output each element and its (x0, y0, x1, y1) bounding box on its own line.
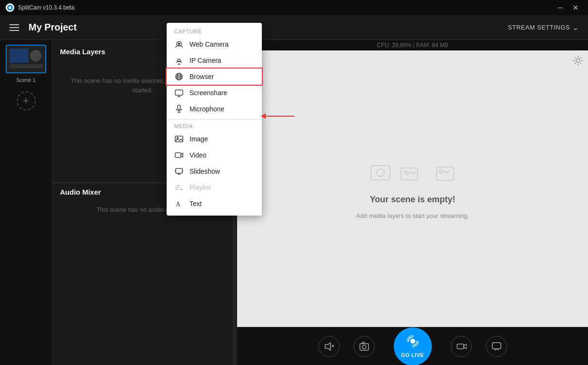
svg-rect-30 (492, 343, 501, 349)
hamburger-menu[interactable] (10, 24, 19, 31)
svg-rect-51 (176, 168, 182, 173)
cpu-ram-text: CPU: 29,69% | RAM: 84 MB (377, 42, 448, 49)
menu-item-image-label: Image (189, 135, 208, 143)
media-section-label: MEDIA (167, 121, 262, 131)
menu-item-microphone-label: Microphone (189, 105, 224, 113)
app-title: SplitCam v10.3.4 beta (18, 4, 74, 11)
menu-item-playlist-label: Playlist (189, 184, 210, 191)
svg-line-14 (575, 63, 576, 64)
go-live-icon (406, 335, 419, 351)
menu-item-text[interactable]: A Text (167, 196, 262, 212)
svg-marker-21 (325, 343, 330, 350)
ip-camera-icon (174, 56, 184, 65)
menu-item-browser[interactable]: Browser (167, 69, 262, 85)
svg-rect-44 (178, 105, 180, 109)
svg-rect-5 (10, 64, 43, 68)
svg-text:A: A (176, 201, 181, 208)
close-button[interactable]: ✕ (569, 3, 582, 12)
menu-item-ip-camera-label: IP Camera (189, 57, 221, 64)
arrow-line (266, 116, 294, 117)
svg-rect-47 (175, 136, 183, 142)
preview-empty-icons (366, 158, 459, 187)
svg-point-20 (439, 170, 442, 173)
svg-marker-29 (464, 344, 467, 349)
scene-thumb-inner (7, 46, 45, 72)
svg-rect-17 (401, 168, 418, 180)
preview-area: Your scene is empty! Add media layers to… (237, 50, 588, 327)
menu-item-ip-camera[interactable]: IP Camera (167, 52, 262, 69)
svg-point-18 (404, 171, 407, 174)
slideshow-icon (174, 167, 184, 176)
chevron-down-icon: ⌄ (573, 24, 578, 31)
screenshare-icon (174, 88, 184, 98)
menu-item-screenshare-label: Screenshare (189, 89, 227, 97)
preview-empty-subtitle: Add media layers to start your streaming… (356, 212, 469, 219)
svg-rect-24 (360, 344, 369, 350)
browser-icon (174, 72, 184, 81)
microphone-icon (174, 104, 184, 114)
title-bar-left: SplitCam v10.3.4 beta (6, 3, 74, 12)
media-layers-title: Media Layers (60, 48, 105, 56)
svg-point-27 (410, 339, 415, 344)
svg-rect-49 (175, 153, 181, 158)
cpu-ram-bar: CPU: 29,69% | RAM: 84 MB (237, 40, 588, 50)
svg-marker-59 (180, 188, 183, 191)
window-controls: ─ ✕ (554, 3, 582, 12)
menu-item-slideshow-label: Slideshow (189, 168, 220, 175)
menu-item-web-camera[interactable]: Web Camera (167, 36, 262, 52)
menu-item-text-label: Text (189, 200, 202, 207)
header-left: My Project (10, 22, 77, 33)
svg-point-32 (178, 43, 180, 45)
capture-section-label: CAPTURE (167, 27, 262, 36)
svg-marker-50 (181, 153, 183, 157)
scenes-sidebar: Scene 1 + (0, 40, 52, 365)
chat-button[interactable] (486, 336, 507, 357)
svg-point-16 (377, 169, 384, 177)
scene-1-thumb[interactable] (6, 45, 46, 73)
scene-1-label: Scene 1 (16, 77, 35, 83)
svg-rect-19 (437, 167, 454, 180)
app-logo (6, 3, 14, 12)
menu-item-image[interactable]: Image (167, 131, 262, 147)
video-icon (174, 150, 184, 160)
stream-settings-label: STREAM SETTINGS (508, 24, 570, 31)
svg-rect-3 (10, 49, 29, 63)
go-live-button[interactable]: GO LIVE (394, 327, 432, 365)
project-title: My Project (29, 22, 77, 33)
add-layer-dropdown: CAPTURE Web Camera IP Camera (167, 23, 262, 216)
menu-item-screenshare[interactable]: Screenshare (167, 85, 262, 101)
svg-line-11 (575, 57, 576, 58)
text-icon: A (174, 199, 184, 208)
record-button[interactable] (451, 336, 472, 357)
main-layout: Scene 1 + Media Layers + This scene has … (0, 40, 588, 365)
brightness-button[interactable] (573, 55, 583, 68)
stream-settings-button[interactable]: STREAM SETTINGS ⌄ (508, 24, 578, 31)
menu-item-slideshow[interactable]: Slideshow (167, 163, 262, 179)
svg-rect-15 (371, 166, 390, 180)
menu-item-web-camera-label: Web Camera (189, 40, 229, 48)
add-scene-button[interactable]: + (17, 91, 36, 110)
menu-item-video[interactable]: Video (167, 147, 262, 163)
preview-empty-title: Your scene is empty! (370, 195, 456, 205)
menu-item-video-label: Video (189, 151, 207, 159)
svg-point-6 (576, 59, 580, 62)
svg-line-12 (580, 63, 581, 64)
menu-item-microphone[interactable]: Microphone (167, 101, 262, 117)
mute-button[interactable] (319, 336, 339, 357)
title-bar: SplitCam v10.3.4 beta ─ ✕ (0, 0, 588, 15)
svg-point-1 (9, 6, 11, 9)
svg-rect-28 (457, 344, 464, 349)
menu-divider (167, 119, 262, 119)
minimize-button[interactable]: ─ (554, 3, 567, 12)
webcam-icon (174, 39, 184, 49)
audio-mixer-title: Audio Mixer (60, 188, 101, 196)
menu-item-browser-label: Browser (189, 73, 214, 80)
svg-point-4 (30, 50, 41, 61)
screenshot-button[interactable] (354, 336, 375, 357)
menu-item-playlist: Playlist (167, 179, 262, 196)
svg-rect-41 (175, 90, 183, 95)
image-icon (174, 134, 184, 144)
svg-rect-26 (362, 342, 364, 344)
header: My Project STREAM SETTINGS ⌄ (0, 15, 588, 40)
svg-point-48 (177, 138, 179, 139)
